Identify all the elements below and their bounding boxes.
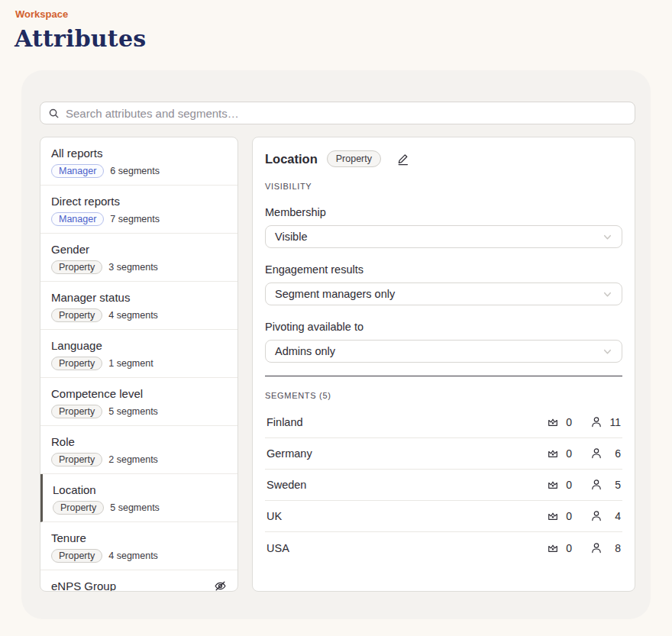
segment-name: Germany bbox=[267, 447, 312, 460]
attribute-detail-panel: Location Property VISIBILITY Membership … bbox=[252, 137, 635, 592]
field-label: Engagement results bbox=[265, 263, 622, 276]
type-badge: Property bbox=[51, 260, 102, 274]
segment-row-usa[interactable]: USA 0 8 bbox=[265, 532, 622, 563]
search-input[interactable] bbox=[66, 107, 627, 120]
member-count: 4 bbox=[608, 510, 621, 522]
engagement-results-field: Engagement results Segment managers only bbox=[265, 263, 622, 305]
crown-icon bbox=[547, 447, 559, 460]
type-badge: Property bbox=[53, 501, 104, 515]
type-badge: Property bbox=[51, 308, 102, 322]
member-count: 11 bbox=[608, 416, 621, 428]
membership-select[interactable]: Visible bbox=[265, 225, 622, 248]
pivoting-select[interactable]: Admins only bbox=[265, 340, 622, 363]
sidebar-item-enps-group[interactable]: eNPS Group bbox=[40, 570, 237, 592]
search-bar[interactable] bbox=[40, 102, 635, 124]
attribute-name: Language bbox=[51, 338, 227, 353]
type-badge: Manager bbox=[51, 212, 104, 226]
engagement-results-select[interactable]: Segment managers only bbox=[265, 282, 622, 305]
member-count: 8 bbox=[608, 542, 621, 554]
pencil-icon bbox=[396, 153, 409, 166]
type-badge: Property bbox=[51, 453, 102, 467]
manager-count: 0 bbox=[564, 510, 572, 522]
attribute-name: Role bbox=[51, 434, 227, 449]
page-title: Attributes bbox=[15, 25, 146, 52]
field-label: Membership bbox=[265, 206, 622, 218]
person-icon bbox=[590, 479, 603, 491]
person-icon bbox=[590, 542, 603, 554]
attribute-name: Manager status bbox=[51, 290, 227, 305]
segment-count: 6 segments bbox=[110, 166, 160, 176]
type-badge: Property bbox=[51, 549, 102, 563]
field-label: Pivoting available to bbox=[265, 321, 622, 333]
person-icon bbox=[590, 510, 603, 522]
manager-count: 0 bbox=[564, 542, 572, 554]
attribute-title: Location bbox=[265, 152, 318, 166]
section-divider bbox=[265, 376, 622, 376]
attribute-name: Gender bbox=[51, 242, 227, 257]
main-card: All reports Manager 6 segments Direct re… bbox=[21, 70, 651, 619]
segment-count: 3 segments bbox=[108, 262, 158, 273]
attribute-list: All reports Manager 6 segments Direct re… bbox=[40, 137, 238, 592]
segments-section-label: SEGMENTS (5) bbox=[265, 391, 622, 400]
segment-name: USA bbox=[267, 542, 289, 554]
attributes-page: Workspace Attributes All reports Manager… bbox=[0, 0, 672, 636]
manager-count: 0 bbox=[564, 447, 572, 460]
type-badge: Property bbox=[51, 405, 102, 418]
chevron-down-icon bbox=[603, 289, 612, 299]
person-icon bbox=[590, 416, 603, 428]
segment-count: 7 segments bbox=[110, 214, 160, 224]
attribute-name: All reports bbox=[51, 146, 227, 160]
search-icon bbox=[48, 108, 60, 119]
sidebar-item-tenure[interactable]: Tenure Property 4 segments bbox=[40, 522, 237, 570]
sidebar-item-all-reports[interactable]: All reports Manager 6 segments bbox=[40, 137, 237, 186]
sidebar-item-gender[interactable]: Gender Property 3 segments bbox=[40, 234, 237, 282]
crown-icon bbox=[547, 479, 559, 491]
sidebar-item-language[interactable]: Language Property 1 segment bbox=[40, 330, 237, 378]
segments-table: Finland 0 11 Germany 0 6 bbox=[265, 407, 622, 563]
eye-slash-icon bbox=[214, 580, 227, 592]
segment-count: 4 segments bbox=[108, 310, 158, 321]
crown-icon bbox=[547, 416, 559, 428]
breadcrumb[interactable]: Workspace bbox=[15, 8, 68, 20]
segment-count: 4 segments bbox=[108, 550, 158, 561]
person-icon bbox=[590, 447, 603, 460]
segment-count: 5 segments bbox=[108, 406, 158, 417]
type-badge: Property bbox=[327, 150, 381, 167]
crown-icon bbox=[547, 510, 559, 522]
select-value: Admins only bbox=[275, 345, 335, 357]
segment-row-uk[interactable]: UK 0 4 bbox=[265, 501, 622, 532]
visibility-section-label: VISIBILITY bbox=[265, 182, 622, 191]
segment-count: 5 segments bbox=[110, 502, 160, 513]
segment-row-germany[interactable]: Germany 0 6 bbox=[265, 438, 622, 470]
segment-name: Sweden bbox=[267, 479, 306, 491]
segment-row-sweden[interactable]: Sweden 0 5 bbox=[265, 470, 622, 501]
segment-row-finland[interactable]: Finland 0 11 bbox=[265, 407, 622, 438]
segment-count: 1 segment bbox=[108, 358, 153, 369]
detail-header: Location Property bbox=[265, 150, 622, 167]
segment-name: UK bbox=[267, 510, 282, 522]
sidebar-item-role[interactable]: Role Property 2 segments bbox=[40, 426, 237, 474]
crown-icon bbox=[547, 542, 559, 554]
segment-name: Finland bbox=[267, 416, 303, 428]
type-badge: Manager bbox=[51, 164, 104, 178]
type-badge: Property bbox=[51, 357, 102, 370]
attribute-name: Competence level bbox=[51, 386, 227, 401]
chevron-down-icon bbox=[603, 347, 612, 357]
content-area: All reports Manager 6 segments Direct re… bbox=[40, 137, 635, 592]
sidebar-item-competence-level[interactable]: Competence level Property 5 segments bbox=[40, 378, 237, 426]
select-value: Segment managers only bbox=[275, 288, 395, 300]
manager-count: 0 bbox=[564, 479, 572, 491]
attribute-name: Tenure bbox=[51, 531, 227, 545]
attribute-name: Direct reports bbox=[51, 194, 227, 208]
attribute-name: Location bbox=[53, 483, 227, 497]
chevron-down-icon bbox=[603, 232, 612, 242]
member-count: 5 bbox=[608, 479, 621, 491]
attribute-name: eNPS Group bbox=[51, 579, 116, 592]
select-value: Visible bbox=[275, 231, 307, 243]
sidebar-item-location[interactable]: Location Property 5 segments bbox=[40, 474, 237, 522]
sidebar-item-manager-status[interactable]: Manager status Property 4 segments bbox=[40, 282, 237, 330]
sidebar-item-direct-reports[interactable]: Direct reports Manager 7 segments bbox=[40, 186, 237, 234]
member-count: 6 bbox=[608, 447, 621, 460]
edit-attribute-button[interactable] bbox=[395, 151, 411, 167]
membership-field: Membership Visible bbox=[265, 206, 622, 248]
